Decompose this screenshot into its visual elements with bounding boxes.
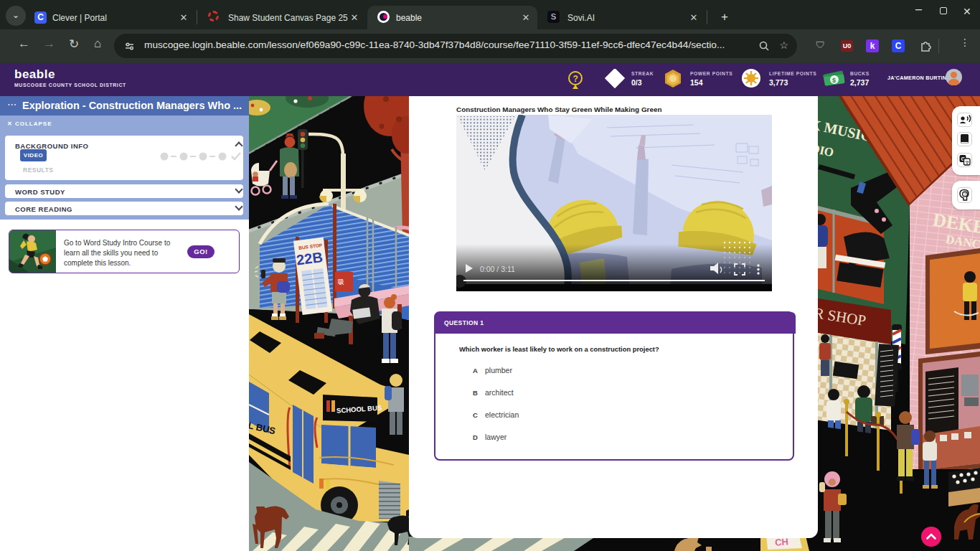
svg-text:?: ? bbox=[573, 74, 578, 84]
svg-text:吸: 吸 bbox=[338, 278, 344, 286]
svg-text:?: ? bbox=[963, 192, 966, 197]
svg-text:文: 文 bbox=[965, 160, 970, 165]
svg-text:22B: 22B bbox=[296, 249, 324, 268]
svg-text:$: $ bbox=[832, 77, 836, 84]
svg-text:0:00 / 3:11: 0:00 / 3:11 bbox=[480, 265, 515, 273]
